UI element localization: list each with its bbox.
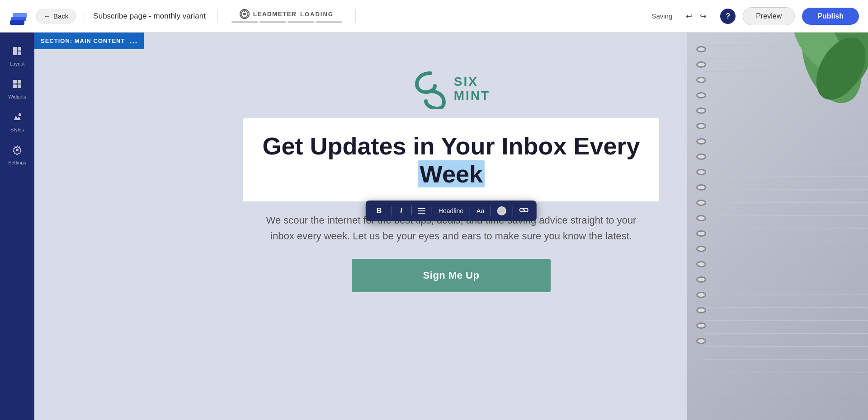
notebook-spiral (696, 33, 710, 420)
help-button[interactable]: ? (720, 9, 736, 24)
sidebar-settings-label: Settings (8, 160, 26, 165)
loading-label: LOADING (300, 11, 334, 18)
redo-button[interactable]: ↪ (697, 9, 709, 23)
plant-svg (750, 33, 868, 150)
back-button[interactable]: ← Back (35, 9, 76, 24)
undo-button[interactable]: ↩ (683, 9, 695, 23)
headline-text: Get Updates in Your Inbox Every Week (261, 132, 641, 188)
styles-icon (12, 112, 22, 124)
toolbar-divider-4 (470, 206, 470, 215)
leadmeter-section: LEADMETER LOADING (217, 9, 356, 23)
svg-rect-8 (13, 84, 17, 88)
svg-point-1 (243, 13, 245, 15)
topbar: ← Back Subscribe page - monthly variant … (0, 0, 868, 33)
leadmeter-icon (240, 9, 250, 19)
svg-point-10 (19, 113, 21, 116)
cta-button[interactable]: Sign Me Up (352, 259, 551, 292)
section-options-button[interactable]: ... (129, 36, 137, 46)
svg-rect-9 (18, 84, 21, 88)
loading-bars (231, 21, 342, 23)
section-bar: SECTION: MAIN CONTENT ... (34, 33, 144, 49)
link-button[interactable] (519, 207, 528, 215)
sidebar-item-layout[interactable]: Layout (0, 40, 34, 73)
loading-bar-1 (231, 21, 258, 23)
toolbar-divider-3 (432, 206, 432, 215)
settings-icon (12, 145, 22, 157)
headline-box[interactable]: Get Updates in Your Inbox Every Week (243, 118, 659, 201)
layout-icon (12, 46, 22, 58)
page-title: Subscribe page - monthly variant (84, 12, 206, 21)
svg-rect-7 (18, 80, 21, 84)
svg-rect-4 (18, 47, 21, 51)
section-bar-label: SECTION: MAIN CONTENT (41, 37, 125, 44)
sidebar-widgets-label: Widgets (8, 94, 26, 99)
bold-button[interactable]: B (374, 205, 385, 217)
leadmeter-label: LEADMETER (253, 10, 297, 18)
preview-button[interactable]: Preview (743, 7, 795, 25)
sidebar-item-settings[interactable]: Settings (0, 139, 34, 172)
sidebar-styles-label: Styles (10, 127, 24, 132)
brand-logo: SIX MINT (412, 69, 490, 109)
font-size-button[interactable]: Aa (476, 207, 484, 215)
widgets-icon (12, 79, 22, 91)
headline-format-button[interactable]: Headline (439, 207, 463, 215)
text-formatting-toolbar: B I Headline Aa (366, 201, 537, 221)
page-content: SECTION: MAIN CONTENT ... SIX MINT Get U… (34, 33, 868, 420)
svg-rect-6 (13, 80, 17, 84)
italic-button[interactable]: I (397, 205, 405, 217)
color-picker-button[interactable] (497, 206, 506, 215)
app-logo[interactable] (9, 7, 28, 26)
brand-name-line2: MINT (454, 89, 490, 103)
saving-status: Saving (651, 12, 672, 20)
back-arrow-icon: ← (43, 12, 51, 20)
svg-rect-3 (13, 47, 17, 55)
sidebar: Layout Widgets Styles Sett (0, 33, 34, 420)
sidebar-item-widgets[interactable]: Widgets (0, 73, 34, 106)
sidebar-layout-label: Layout (9, 61, 24, 66)
canvas-area: SECTION: MAIN CONTENT ... SIX MINT Get U… (34, 33, 868, 420)
loading-bar-4 (316, 21, 342, 23)
sidebar-item-styles[interactable]: Styles (0, 106, 34, 139)
toolbar-divider-2 (411, 206, 412, 215)
toolbar-divider-6 (513, 206, 513, 215)
brand-text: SIX MINT (454, 75, 490, 103)
back-label: Back (53, 12, 68, 20)
brand-name-line1: SIX (454, 75, 490, 89)
undo-redo-controls: ↩ ↪ (683, 9, 709, 23)
align-button[interactable] (418, 208, 425, 214)
toolbar-divider-1 (391, 206, 391, 215)
publish-button[interactable]: Publish (802, 8, 859, 25)
loading-bar-2 (259, 21, 286, 23)
headline-highlighted-word: Week (418, 160, 485, 187)
svg-point-11 (16, 149, 19, 151)
notebook-background (687, 33, 868, 420)
toolbar-divider-5 (491, 206, 491, 215)
loading-bar-3 (288, 21, 314, 23)
brand-icon (412, 69, 448, 109)
svg-rect-5 (18, 51, 21, 55)
